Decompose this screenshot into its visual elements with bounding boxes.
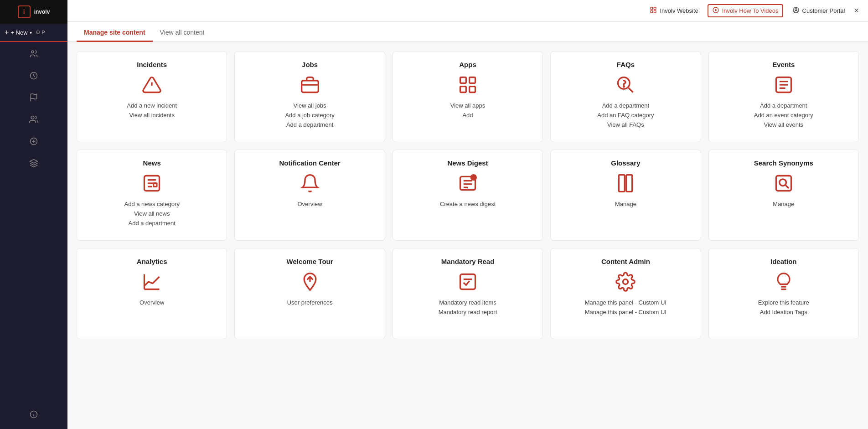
plus-icon: + [5, 28, 9, 36]
close-button[interactable]: × [854, 6, 859, 16]
card-title-ideation: Ideation [770, 258, 797, 265]
card-icon-jobs [300, 75, 320, 95]
card-link-news[interactable]: Add a department [129, 220, 176, 227]
card-links-ideation: Explore this featureAdd Ideation Tags [716, 299, 851, 315]
card-link-ideation[interactable]: Add Ideation Tags [760, 309, 807, 315]
card-link-incidents[interactable]: View all incidents [129, 112, 174, 119]
card-icon-ideation [774, 272, 794, 292]
chevron-icon: ▾ [30, 30, 32, 35]
svg-point-17 [795, 9, 797, 10]
cards-grid: Incidents Add a new incidentView all inc… [77, 51, 859, 339]
nav-plus-icon[interactable] [26, 134, 41, 149]
nav-users-icon[interactable] [26, 112, 41, 127]
nav-info-icon[interactable] [26, 407, 41, 422]
card-icon-events [774, 75, 794, 95]
card-icon-analytics [142, 272, 162, 292]
svg-rect-52 [460, 274, 475, 289]
card-title-news: News [143, 159, 161, 167]
card-link-ideation[interactable]: Explore this feature [758, 299, 809, 306]
card-title-glossary: Glossary [611, 159, 640, 167]
svg-rect-44 [619, 175, 625, 192]
tab-view-all-content[interactable]: View all content [153, 24, 212, 42]
logo-icon: i [18, 5, 31, 18]
card-link-mandatory-read[interactable]: Mandatory read items [439, 299, 496, 306]
card-title-news-digest: News Digest [447, 159, 488, 167]
how-to-videos-link[interactable]: Involv How To Videos [708, 4, 783, 17]
card-jobs: Jobs View all jobsAdd a job categoryAdd … [234, 51, 385, 142]
sidebar-logo-area: i involv [0, 0, 67, 24]
card-link-jobs[interactable]: Add a department [286, 121, 333, 128]
card-notification-center: Notification Center Overview [234, 150, 385, 241]
card-links-apps: View all appsAdd [400, 102, 535, 119]
gear-small-icon: ⚙ [36, 29, 41, 36]
card-content-admin: Content Admin Manage this panel - Custom… [550, 248, 701, 339]
card-icon-welcome-tour [300, 272, 320, 292]
card-icon-mandatory-read [458, 272, 478, 292]
svg-point-28 [624, 86, 625, 87]
svg-text:≡: ≡ [472, 176, 474, 180]
sidebar-nav [0, 42, 67, 171]
card-mandatory-read: Mandatory Read Mandatory read itemsManda… [393, 248, 543, 339]
svg-rect-23 [470, 78, 475, 83]
card-link-jobs[interactable]: Add a job category [285, 112, 334, 119]
card-icon-news-digest: ≡ [458, 173, 478, 193]
card-link-search-synonyms[interactable]: Manage [773, 201, 794, 207]
card-link-jobs[interactable]: View all jobs [294, 102, 326, 109]
card-link-notification-center[interactable]: Overview [298, 201, 322, 207]
card-link-content-admin[interactable]: Manage this panel - Custom UI [585, 309, 666, 315]
customer-portal-link[interactable]: Customer Portal [792, 6, 845, 15]
card-title-notification-center: Notification Center [279, 159, 341, 167]
card-link-events[interactable]: Add an event category [754, 112, 813, 119]
card-link-news[interactable]: View all news [134, 210, 170, 217]
tab-manage-site-content[interactable]: Manage site content [77, 24, 153, 42]
card-link-incidents[interactable]: Add a new incident [127, 102, 177, 109]
card-icon-content-admin [615, 272, 636, 292]
card-link-glossary[interactable]: Manage [615, 201, 636, 207]
svg-marker-15 [715, 9, 717, 11]
svg-line-48 [785, 185, 788, 188]
card-link-faqs[interactable]: View all FAQs [607, 121, 644, 128]
nav-flag-icon[interactable] [26, 90, 41, 105]
how-to-videos-label: Involv How To Videos [722, 7, 779, 14]
card-glossary: Glossary Manage [550, 150, 701, 241]
card-link-content-admin[interactable]: Manage this panel - Custom UI [585, 299, 666, 306]
svg-rect-37 [154, 183, 157, 186]
card-title-mandatory-read: Mandatory Read [441, 258, 495, 265]
card-links-mandatory-read: Mandatory read itemsMandatory read repor… [400, 299, 535, 315]
card-links-search-synonyms: Manage [716, 201, 851, 207]
card-links-content-admin: Manage this panel - Custom UIManage this… [558, 299, 693, 315]
card-link-events[interactable]: View all events [764, 121, 803, 128]
card-link-mandatory-read[interactable]: Mandatory read report [439, 309, 497, 315]
card-links-glossary: Manage [558, 201, 693, 207]
card-link-faqs[interactable]: Add a department [602, 102, 649, 109]
card-link-apps[interactable]: Add [462, 112, 473, 119]
logo-text: involv [34, 9, 50, 15]
preferences-btn[interactable]: ⚙ P [36, 28, 45, 36]
nav-clock-icon[interactable] [26, 68, 41, 83]
card-incidents: Incidents Add a new incidentView all inc… [77, 51, 227, 142]
card-search-synonyms: Search Synonyms Manage [708, 150, 859, 241]
nav-people-icon[interactable] [26, 47, 41, 61]
card-icon-glossary [615, 173, 636, 193]
sidebar: i involv + + New ▾ ⚙ P [0, 0, 67, 429]
card-link-faqs[interactable]: Add an FAQ category [597, 112, 654, 119]
card-link-apps[interactable]: View all apps [450, 102, 485, 109]
card-welcome-tour: Welcome Tour User preferences [234, 248, 385, 339]
card-links-faqs: Add a departmentAdd an FAQ categoryView … [558, 102, 693, 128]
nav-layers-icon[interactable] [26, 156, 41, 171]
card-title-faqs: FAQs [617, 61, 635, 68]
card-link-news[interactable]: Add a news category [124, 201, 179, 207]
card-apps: Apps View all appsAdd [393, 51, 543, 142]
involv-website-link[interactable]: Involv Website [650, 6, 698, 15]
card-icon-news [142, 173, 162, 193]
card-link-events[interactable]: Add a department [760, 102, 807, 109]
user-circle-icon [792, 6, 800, 15]
card-link-welcome-tour[interactable]: User preferences [287, 299, 333, 306]
svg-rect-20 [301, 81, 318, 93]
card-link-news-digest[interactable]: Create a news digest [440, 201, 496, 207]
card-icon-incidents [142, 75, 162, 95]
card-link-analytics[interactable]: Overview [140, 299, 164, 306]
new-button[interactable]: + + New ▾ [5, 28, 32, 36]
main-content: Involv Website Involv How To Videos Cust… [67, 0, 868, 429]
svg-rect-25 [470, 87, 475, 93]
